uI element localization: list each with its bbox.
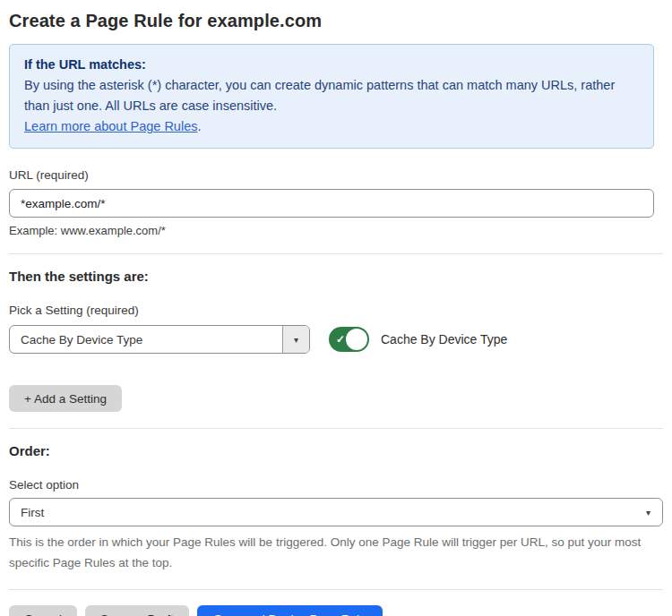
order-select-label: Select option [9,478,654,492]
footer-divider [9,589,663,590]
setting-select-value: Cache By Device Type [10,333,142,346]
url-match-info-box: If the URL matches: By using the asteris… [9,44,654,149]
setting-select[interactable]: Cache By Device Type ▾ [9,325,310,354]
footer-actions: Cancel Save as Draft Save and Deploy Pag… [9,605,654,616]
save-and-deploy-button[interactable]: Save and Deploy Page Rule [197,605,383,616]
setting-row: Cache By Device Type ▾ ✓ Cache By Device… [9,325,654,354]
pick-setting-label: Pick a Setting (required) [9,304,654,317]
learn-more-page-rules-link[interactable]: Learn more about Page Rules [24,119,197,133]
info-box-link-line: Learn more about Page Rules. [24,116,639,137]
order-select-value: First [10,506,44,519]
order-section-heading: Order: [9,443,654,458]
link-suffix: . [197,119,201,133]
info-box-body: By using the asterisk (*) character, you… [24,75,639,116]
url-input[interactable] [9,189,654,218]
settings-section-heading: Then the settings are: [9,269,654,284]
create-page-rule-form: Create a Page Rule for example.com If th… [0,0,665,616]
section-divider [9,253,663,254]
cache-by-device-type-toggle[interactable]: ✓ [329,327,369,352]
chevron-down-icon: ▾ [646,508,662,518]
check-icon: ✓ [336,333,345,346]
setting-toggle-label: Cache By Device Type [381,332,507,346]
order-description: This is the order in which your Page Rul… [9,532,654,573]
cancel-button[interactable]: Cancel [9,605,77,616]
page-title: Create a Page Rule for example.com [9,11,654,31]
chevron-down-icon[interactable]: ▾ [282,326,309,353]
toggle-knob [346,329,367,350]
section-divider [9,428,663,429]
order-select[interactable]: First ▾ [9,498,663,526]
url-field-label: URL (required) [9,168,654,182]
add-setting-button[interactable]: + Add a Setting [9,385,122,412]
url-example-text: Example: www.example.com/* [9,224,654,237]
save-as-draft-button[interactable]: Save as Draft [85,605,189,616]
info-box-heading: If the URL matches: [24,55,639,75]
